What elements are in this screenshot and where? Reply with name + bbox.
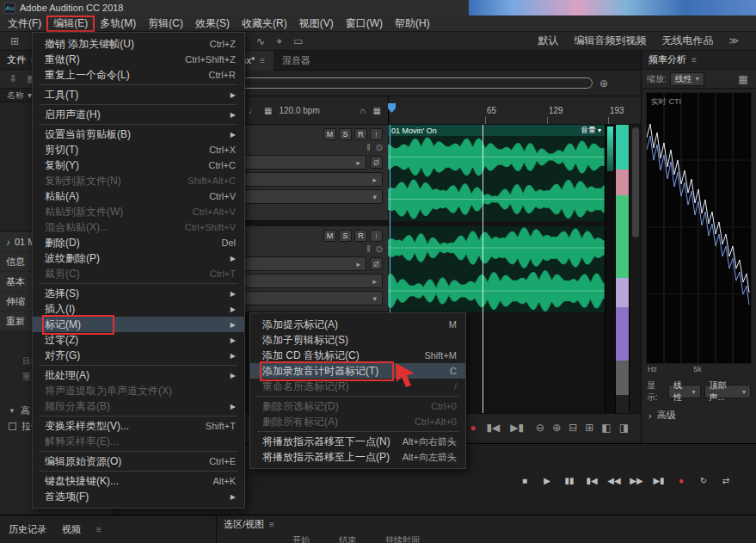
- menu-item[interactable]: 过零(Z)▶: [33, 332, 244, 348]
- record-small-icon[interactable]: ●: [470, 422, 476, 434]
- menubar-item[interactable]: 收藏夹(R): [236, 16, 293, 31]
- menu-item[interactable]: 删除所选标记(D)Ctrl+0: [250, 398, 465, 414]
- menu-item[interactable]: 将播放指示器移至下一点(N)Alt+向右箭头: [250, 434, 465, 449]
- menu-item[interactable]: 解释采样率(E)...: [33, 434, 244, 449]
- bottom-panel-tab[interactable]: 历史记录: [9, 523, 46, 536]
- advanced-toggle[interactable]: › 高级: [642, 407, 756, 423]
- menubar-item[interactable]: 窗口(W): [340, 16, 389, 31]
- record-arm-button[interactable]: R: [354, 128, 367, 140]
- play-button[interactable]: ▶: [538, 472, 556, 488]
- menu-item[interactable]: 添加 CD 音轨标记(C)Shift+M: [250, 348, 465, 363]
- menu-item[interactable]: 将播放指示器移至上一点(P)Alt+向左箭头: [250, 449, 465, 465]
- bottom-panel-tab[interactable]: 视频: [62, 523, 81, 536]
- menu-item[interactable]: 添加提示标记(A)M: [250, 317, 465, 332]
- menu-item[interactable]: 插入(I)▶: [33, 301, 244, 317]
- workspace-icon[interactable]: ⊞: [7, 35, 22, 47]
- phase-button[interactable]: Ø: [370, 156, 383, 169]
- menu-item[interactable]: 重复上一个命令(L)Ctrl+R: [33, 67, 244, 83]
- channel-select[interactable]: 顶部声... ▾: [704, 385, 751, 398]
- scrollbar-thumb[interactable]: [632, 127, 639, 238]
- overflow-icon[interactable]: ≫: [728, 35, 739, 46]
- pause-button[interactable]: ▮▮: [560, 472, 579, 488]
- menubar-item[interactable]: 视图(V): [293, 16, 340, 31]
- menu-item[interactable]: 键盘快捷键(K)...Alt+K: [33, 473, 244, 489]
- record-button[interactable]: ●: [672, 472, 691, 488]
- slip-tool-icon[interactable]: ⌖: [272, 35, 287, 47]
- menu-item[interactable]: 首选项(F)▶: [33, 489, 244, 504]
- menu-item[interactable]: 变换采样类型(V)...Shift+T: [33, 418, 244, 434]
- time-selection-icon[interactable]: ▭: [291, 35, 306, 47]
- menu-item[interactable]: 将声道提取为单声道文件(X): [33, 383, 244, 398]
- scale-select[interactable]: 线性 ▾: [670, 72, 704, 86]
- snap-grid-icon[interactable]: ▦: [373, 106, 381, 115]
- record-arm-button[interactable]: R: [354, 230, 367, 242]
- selection-view-tab[interactable]: 选区/视图: [224, 518, 264, 531]
- menu-item[interactable]: 重命名所选标记(R)/: [250, 379, 465, 394]
- menu-item[interactable]: 批处理(A)▶: [33, 367, 244, 383]
- panel-menu-icon[interactable]: ≡: [691, 55, 697, 65]
- navigator-zoom-icon[interactable]: ⊕: [599, 77, 608, 89]
- menu-item[interactable]: 波纹删除(P)▶: [33, 250, 244, 266]
- timeline-ruler[interactable]: 65129193: [388, 96, 641, 124]
- skip-to-start-button[interactable]: ▮◀: [582, 472, 601, 488]
- panel-menu-icon[interactable]: ≡: [260, 56, 265, 65]
- skip-forward-icon[interactable]: ▶▮: [510, 422, 524, 434]
- frequency-panel-tab[interactable]: 频率分析 ≡: [642, 51, 756, 70]
- checkbox-icon[interactable]: [9, 423, 16, 430]
- menu-item[interactable]: 编辑原始资源(O)Ctrl+E: [33, 454, 244, 469]
- audio-clip[interactable]: 01 Movin' On 音量 ▾: [388, 125, 605, 221]
- solo-button[interactable]: S: [339, 230, 352, 242]
- solo-button[interactable]: S: [339, 128, 352, 140]
- stop-button[interactable]: ■: [515, 472, 534, 488]
- zoom-in-full-icon[interactable]: ⊞: [585, 422, 593, 434]
- clip-gain-dropdown[interactable]: 音量 ▾: [581, 125, 601, 136]
- tempo-display[interactable]: 120.0 bpm: [279, 106, 319, 115]
- menu-item[interactable]: 工具(T)▶: [33, 87, 244, 102]
- menubar-item[interactable]: 文件(F): [2, 16, 47, 31]
- mixer-tab[interactable]: 混音器: [274, 51, 319, 71]
- panel-menu-icon[interactable]: ≡: [96, 525, 101, 534]
- zoom-selection-right-icon[interactable]: ◨: [619, 422, 629, 434]
- menu-item[interactable]: 复制(Y)Ctrl+C: [33, 157, 244, 173]
- panel-options-icon[interactable]: ▦: [735, 73, 751, 85]
- menu-item[interactable]: 频段分离器(B)▶: [33, 398, 244, 414]
- fast-forward-button[interactable]: ▶▶: [627, 472, 646, 488]
- menubar-item[interactable]: 多轨(M): [94, 16, 142, 31]
- zoom-out-full-icon[interactable]: ⊟: [569, 422, 577, 434]
- rewind-button[interactable]: ◀◀: [605, 472, 624, 488]
- zoom-selection-left-icon[interactable]: ◧: [601, 422, 611, 434]
- audio-clip[interactable]: [388, 226, 605, 312]
- menu-item[interactable]: 剪切(T)Ctrl+X: [33, 142, 244, 157]
- zoom-in-icon[interactable]: ⊕: [552, 422, 561, 434]
- phase-button[interactable]: Ø: [370, 257, 383, 270]
- shuttle-button[interactable]: ⇄: [716, 472, 735, 488]
- grid-icon[interactable]: ▦: [264, 106, 272, 115]
- workspace-button[interactable]: 默认: [538, 34, 558, 48]
- menu-item[interactable]: 粘贴到新文件(W)Ctrl+Alt+V: [33, 204, 244, 219]
- monitor-input-button[interactable]: I: [370, 230, 383, 242]
- menu-item[interactable]: 删除所有标记(A)Ctrl+Alt+0: [250, 414, 465, 429]
- playhead-marker[interactable]: [388, 103, 396, 113]
- menu-item[interactable]: 添加录放音计时器标记(T)C: [250, 363, 465, 379]
- menu-item[interactable]: 对齐(G)▶: [33, 348, 244, 363]
- menu-item[interactable]: 撤销 添加关键帧(U)Ctrl+Z: [33, 36, 244, 52]
- skip-to-end-button[interactable]: ▶▮: [649, 472, 668, 488]
- display-select[interactable]: 线性 ▾: [668, 385, 701, 398]
- workspace-button[interactable]: 无线电作品: [661, 34, 713, 48]
- menu-item[interactable]: 启用声道(H)▶: [33, 107, 244, 122]
- menu-item[interactable]: 粘贴(A)Ctrl+V: [33, 188, 244, 204]
- zoom-out-icon[interactable]: ⊖: [536, 422, 544, 434]
- snap-magnet-icon[interactable]: ∩: [360, 106, 366, 115]
- menubar-item[interactable]: 效果(S): [189, 16, 236, 31]
- metronome-icon[interactable]: ♩: [249, 106, 257, 115]
- loop-button[interactable]: ↻: [694, 472, 713, 488]
- menubar-item[interactable]: 剪辑(C): [142, 16, 189, 31]
- menu-item[interactable]: 混合粘贴(X)...Ctrl+Shift+V: [33, 219, 244, 235]
- menu-item[interactable]: 重做(R)Ctrl+Shift+Z: [33, 52, 244, 67]
- menu-item[interactable]: 设置当前剪贴板(B)▶: [33, 126, 244, 142]
- skip-back-icon[interactable]: ▮◀: [486, 422, 500, 434]
- menu-item[interactable]: 复制到新文件(N)Shift+Alt+C: [33, 173, 244, 188]
- menu-item[interactable]: 添加子剪辑标记(S): [250, 332, 465, 348]
- menu-item[interactable]: 删除(D)Del: [33, 235, 244, 250]
- menubar-item[interactable]: 帮助(H): [389, 16, 436, 31]
